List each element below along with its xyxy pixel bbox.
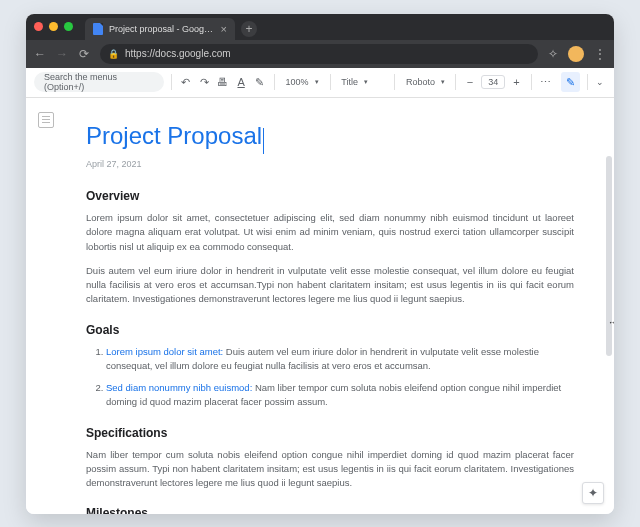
paragraph-style-dropdown[interactable]: Title xyxy=(337,77,387,87)
undo-icon[interactable]: ↶ xyxy=(179,73,193,91)
separator xyxy=(587,74,588,90)
window-controls xyxy=(34,22,73,31)
font-size-input[interactable]: 34 xyxy=(481,75,505,89)
forward-icon[interactable]: → xyxy=(56,47,68,61)
new-tab-button[interactable]: + xyxy=(241,21,257,37)
text-cursor xyxy=(263,128,264,154)
spellcheck-icon[interactable]: A xyxy=(234,73,248,91)
overview-paragraph-2[interactable]: Duis autem vel eum iriure dolor in hendr… xyxy=(86,264,574,307)
goal-lead: Lorem ipsum dolor sit amet: xyxy=(106,346,223,357)
browser-menu-icon[interactable]: ⋮ xyxy=(594,47,606,61)
editing-mode-button[interactable]: ✎ xyxy=(561,72,580,92)
lock-icon: 🔒 xyxy=(108,49,119,59)
font-dropdown[interactable]: Roboto xyxy=(402,77,448,87)
separator xyxy=(531,74,532,90)
reload-icon[interactable]: ⟳ xyxy=(78,47,90,61)
address-bar-row: ← → ⟳ 🔒 https://docs.google.com ✧ ⋮ xyxy=(26,40,614,68)
specifications-paragraph[interactable]: Nam liber tempor cum soluta nobis eleife… xyxy=(86,448,574,491)
heading-specifications[interactable]: Specifications xyxy=(86,424,574,442)
separator xyxy=(330,74,331,90)
goals-list[interactable]: Lorem ipsum dolor sit amet: Duis autem v… xyxy=(86,345,574,410)
profile-avatar[interactable] xyxy=(568,46,584,62)
maximize-window-button[interactable] xyxy=(64,22,73,31)
heading-overview[interactable]: Overview xyxy=(86,187,574,205)
browser-chrome: Project proposal - Google Do × + ← → ⟳ 🔒… xyxy=(26,14,614,68)
back-icon[interactable]: ← xyxy=(34,47,46,61)
document-title[interactable]: Project Proposal xyxy=(86,118,264,154)
browser-tab[interactable]: Project proposal - Google Do × xyxy=(85,18,235,40)
url-text: https://docs.google.com xyxy=(125,48,231,59)
collapse-toolbar-icon[interactable]: ⌄ xyxy=(595,77,606,87)
paint-format-icon[interactable]: ✎ xyxy=(252,73,266,91)
browser-window: Project proposal - Google Do × + ← → ⟳ 🔒… xyxy=(26,14,614,514)
goal-lead: Sed diam nonummy nibh euismod: xyxy=(106,382,252,393)
pencil-icon: ✎ xyxy=(566,76,575,89)
separator xyxy=(274,74,275,90)
separator xyxy=(455,74,456,90)
redo-icon[interactable]: ↷ xyxy=(197,73,211,91)
document-page[interactable]: Project Proposal April 27, 2021 Overview… xyxy=(66,98,614,514)
tab-title: Project proposal - Google Do xyxy=(109,24,215,34)
decrease-font-icon[interactable]: − xyxy=(463,73,477,91)
separator xyxy=(394,74,395,90)
increase-font-icon[interactable]: + xyxy=(509,73,523,91)
separator xyxy=(171,74,172,90)
list-item[interactable]: Sed diam nonummy nibh euismod: Nam liber… xyxy=(106,381,574,410)
heading-goals[interactable]: Goals xyxy=(86,321,574,339)
explore-button[interactable]: ✦ xyxy=(582,482,604,504)
address-bar[interactable]: 🔒 https://docs.google.com xyxy=(100,44,538,64)
menu-search-placeholder: Search the menus (Option+/) xyxy=(44,72,154,92)
document-date: April 27, 2021 xyxy=(86,158,574,172)
docs-toolbar: Search the menus (Option+/) ↶ ↷ 🖶 A ✎ 10… xyxy=(26,68,614,98)
list-item[interactable]: Lorem ipsum dolor sit amet: Duis autem v… xyxy=(106,345,574,374)
print-icon[interactable]: 🖶 xyxy=(216,73,230,91)
tab-strip: Project proposal - Google Do × + xyxy=(26,14,614,40)
minimize-window-button[interactable] xyxy=(49,22,58,31)
close-window-button[interactable] xyxy=(34,22,43,31)
menu-search[interactable]: Search the menus (Option+/) xyxy=(34,72,164,92)
more-tools-icon[interactable]: ⋯ xyxy=(538,73,552,91)
overview-paragraph-1[interactable]: Lorem ipsum dolor sit amet, consectetuer… xyxy=(86,211,574,254)
heading-milestones[interactable]: Milestones xyxy=(86,504,574,513)
extensions-icon[interactable]: ✧ xyxy=(548,47,558,61)
outline-gutter xyxy=(26,98,66,514)
explore-icon: ✦ xyxy=(588,486,598,500)
close-tab-icon[interactable]: × xyxy=(221,23,227,35)
document-area: Project Proposal April 27, 2021 Overview… xyxy=(26,98,614,514)
docs-favicon-icon xyxy=(93,23,103,35)
mouse-pointer-icon: ↔ xyxy=(608,318,614,327)
outline-icon[interactable] xyxy=(38,112,54,128)
zoom-dropdown[interactable]: 100% xyxy=(281,77,322,87)
